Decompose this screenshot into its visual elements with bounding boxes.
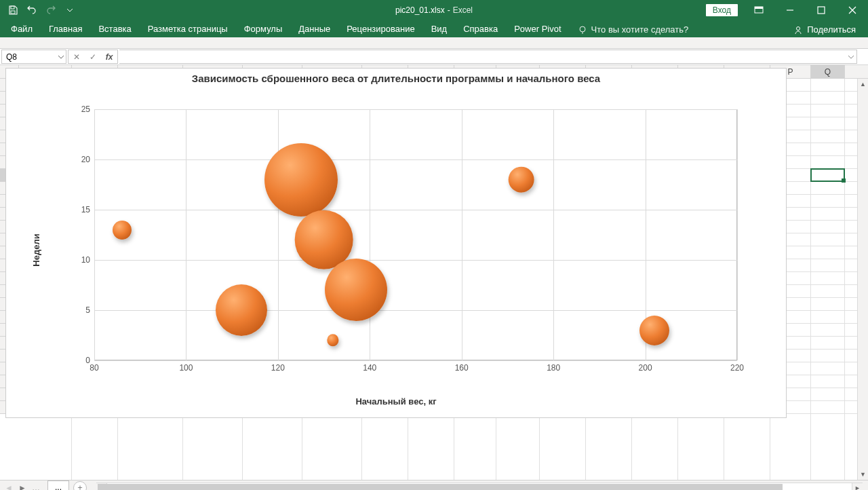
enter-formula-icon[interactable]: ✓ [85, 52, 101, 62]
chart-title: Зависимость сброшенного веса от длительн… [6, 69, 786, 86]
active-cell[interactable] [810, 168, 845, 182]
share-icon [793, 25, 803, 35]
x-tick: 140 [363, 363, 376, 373]
title-bar: pic20_01.xlsx - Excel Вход [0, 0, 868, 20]
signin-button[interactable]: Вход [706, 4, 738, 16]
sheet-tab-bar: ◄ ► … ... ＋ ◄ ► [0, 480, 868, 490]
tab-data[interactable]: Данные [290, 21, 338, 37]
sheet-next-icon[interactable]: ► [18, 483, 27, 491]
bubble-point[interactable] [113, 221, 132, 240]
x-tick: 180 [547, 363, 560, 373]
tab-view[interactable]: Вид [423, 21, 456, 37]
y-tick: 20 [81, 155, 90, 164]
y-tick: 25 [81, 105, 90, 114]
tab-insert[interactable]: Вставка [90, 21, 139, 37]
ribbon-collapsed-area [0, 37, 868, 49]
bubble-point[interactable] [216, 284, 267, 336]
cancel-formula-icon[interactable]: ✕ [68, 52, 85, 62]
y-tick: 10 [81, 255, 90, 265]
tab-review[interactable]: Рецензирование [338, 21, 422, 37]
chart-object[interactable]: Зависимость сброшенного веса от длительн… [5, 68, 787, 418]
svg-rect-1 [11, 11, 15, 14]
tab-home[interactable]: Главная [41, 21, 90, 37]
add-sheet-button[interactable]: ＋ [73, 481, 87, 491]
close-icon[interactable] [837, 0, 868, 20]
ribbon-tabs: Файл Главная Вставка Разметка страницы Ф… [0, 20, 868, 37]
maximize-icon[interactable] [806, 0, 837, 20]
plot-area: 051015202580100120140160180200220 [94, 109, 737, 360]
sheet-first-icon[interactable]: ◄ [4, 483, 14, 491]
x-tick: 80 [90, 363, 98, 373]
bubble-point[interactable] [325, 259, 387, 321]
x-tick: 220 [730, 363, 744, 373]
formula-bar: Q8 ✕ ✓ fx [0, 49, 868, 65]
share-button[interactable]: Поделиться [784, 22, 865, 37]
ribbon-options-icon[interactable] [743, 0, 774, 20]
filename: pic20_01.xlsx [395, 5, 445, 15]
minimize-icon[interactable] [774, 0, 806, 20]
sheet-nav: ◄ ► … [0, 483, 45, 491]
y-tick: 5 [85, 305, 90, 315]
lightbulb-icon [578, 25, 587, 35]
tab-file[interactable]: Файл [3, 21, 41, 37]
scroll-up-icon[interactable]: ▲ [858, 79, 868, 90]
sheet-menu-icon[interactable]: … [31, 483, 41, 491]
scroll-thumb[interactable] [98, 484, 783, 491]
scroll-down-icon[interactable]: ▼ [858, 469, 868, 480]
x-tick: 120 [271, 363, 285, 373]
x-tick: 200 [639, 363, 652, 373]
expand-formula-icon[interactable] [847, 53, 855, 61]
x-tick: 100 [179, 363, 193, 373]
worksheet-grid[interactable]: ABCDEFGHIJKLMNOPQ 1234567891011121314151… [0, 65, 868, 480]
quick-access-toolbar [0, 2, 79, 18]
vertical-scrollbar[interactable]: ▲ ▼ [857, 79, 868, 480]
svg-rect-5 [818, 7, 825, 14]
bubble-point[interactable] [508, 166, 534, 193]
y-axis-label: Недели [31, 233, 41, 266]
tab-powerpivot[interactable]: Power Pivot [506, 21, 569, 37]
qat-customize-icon[interactable] [61, 2, 79, 18]
scroll-right-icon[interactable]: ► [852, 483, 863, 491]
sheet-tab[interactable]: ... [47, 480, 69, 490]
svg-point-8 [797, 26, 800, 30]
bubble-point[interactable] [264, 143, 338, 216]
name-box[interactable]: Q8 [1, 50, 66, 64]
tab-layout[interactable]: Разметка страницы [140, 21, 236, 37]
app-name: Excel [453, 5, 473, 15]
tab-formulas[interactable]: Формулы [236, 21, 291, 37]
col-header-Q[interactable]: Q [811, 65, 845, 78]
svg-rect-0 [11, 6, 14, 9]
svg-rect-3 [755, 7, 763, 9]
tell-me[interactable]: Что вы хотите сделать? [570, 22, 697, 37]
x-axis-label: Начальный вес, кг [355, 396, 436, 407]
redo-icon[interactable] [42, 2, 60, 18]
save-icon[interactable] [4, 2, 22, 18]
svg-point-6 [580, 26, 585, 32]
formula-buttons: ✕ ✓ fx [68, 50, 118, 64]
undo-icon[interactable] [23, 2, 41, 18]
y-tick: 15 [81, 205, 90, 214]
x-tick: 160 [455, 363, 469, 373]
horizontal-scrollbar[interactable]: ◄ ► [96, 483, 863, 491]
fx-icon[interactable]: fx [101, 52, 117, 62]
formula-input[interactable] [119, 50, 857, 64]
tab-help[interactable]: Справка [455, 21, 506, 37]
bubble-point[interactable] [639, 316, 669, 345]
window-title: pic20_01.xlsx - Excel [395, 5, 473, 15]
chevron-down-icon[interactable] [58, 52, 64, 62]
